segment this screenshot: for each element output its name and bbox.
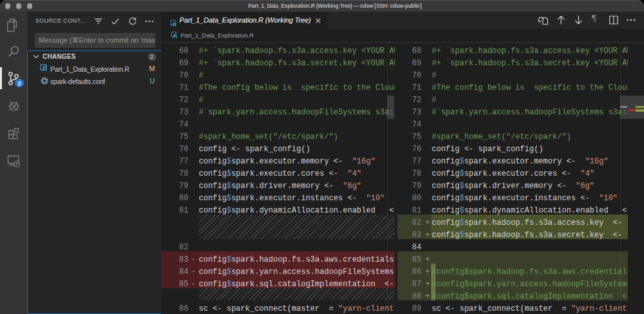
svg-text:R: R	[173, 33, 177, 39]
svg-text:R: R	[172, 21, 176, 28]
svg-text:R: R	[43, 65, 48, 72]
